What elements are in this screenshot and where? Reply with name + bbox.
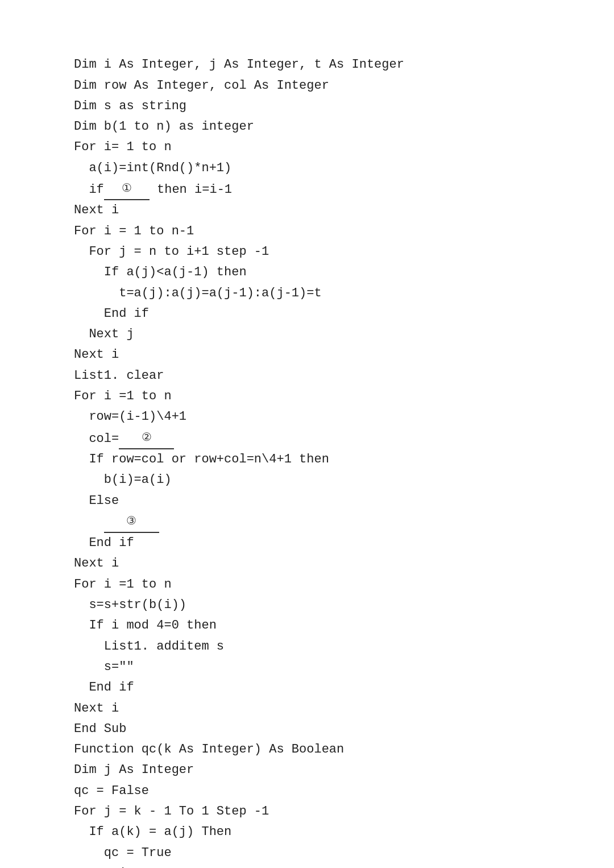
line-39: qc = True (74, 846, 172, 860)
line-19: col= ② (74, 432, 174, 446)
line-37: For j = k - 1 To 1 Step -1 (74, 804, 269, 819)
line-1: Dim i As Integer, j As Integer, t As Int… (74, 57, 404, 72)
line-12: t=a(j):a(j)=a(j-1):a(j-1)=t (74, 286, 322, 300)
line-2: Dim row As Integer, col As Integer (74, 78, 329, 93)
line-5: For i= 1 to n (74, 140, 172, 154)
line-3: Dim s as string (74, 99, 186, 113)
line-18: row=(i-1)\4+1 (74, 410, 186, 424)
line-29: List1. additem s (74, 639, 224, 654)
line-9: For i = 1 to n-1 (74, 224, 194, 238)
line-7: if ① then i=i-1 (74, 183, 232, 197)
line-35: Dim j As Integer (74, 763, 194, 777)
line-16: List1. clear (74, 369, 164, 383)
line-30: s="" (74, 660, 134, 674)
line-22: Else (74, 494, 119, 508)
line-8: Next i (74, 203, 119, 217)
line-24: End if (74, 536, 134, 550)
line-27: s=s+str(b(i)) (74, 598, 186, 612)
line-20: If row=col or row+col=n\4+1 then (74, 452, 329, 466)
line-33: End Sub (74, 722, 126, 736)
blank-3: ③ (104, 511, 159, 533)
line-25: Next i (74, 556, 119, 571)
line-32: Next i (74, 701, 119, 716)
line-13: End if (74, 307, 149, 321)
line-38: If a(k) = a(j) Then (74, 825, 231, 839)
line-15: Next i (74, 348, 119, 362)
code-block: Dim i As Integer, j As Integer, t As Int… (74, 34, 557, 868)
line-36: qc = False (74, 784, 149, 798)
line-10: For j = n to i+1 step -1 (74, 245, 269, 259)
line-21: b(i)=a(i) (74, 473, 172, 487)
line-11: If a(j)<a(j-1) then (74, 265, 247, 279)
line-23: ③ (74, 515, 159, 530)
line-4: Dim b(1 to n) as integer (74, 119, 254, 134)
line-14: Next j (74, 327, 134, 341)
line-31: End if (74, 680, 134, 695)
blank-2: ② (119, 428, 174, 449)
line-6: a(i)=int(Rnd()*n+1) (74, 161, 231, 175)
line-34: Function qc(k As Integer) As Boolean (74, 742, 344, 757)
blank-1: ① (104, 179, 150, 200)
line-28: If i mod 4=0 then (74, 618, 217, 633)
line-17: For i =1 to n (74, 389, 172, 403)
page-content: Dim i As Integer, j As Integer, t As Int… (0, 0, 614, 868)
line-26: For i =1 to n (74, 577, 172, 592)
